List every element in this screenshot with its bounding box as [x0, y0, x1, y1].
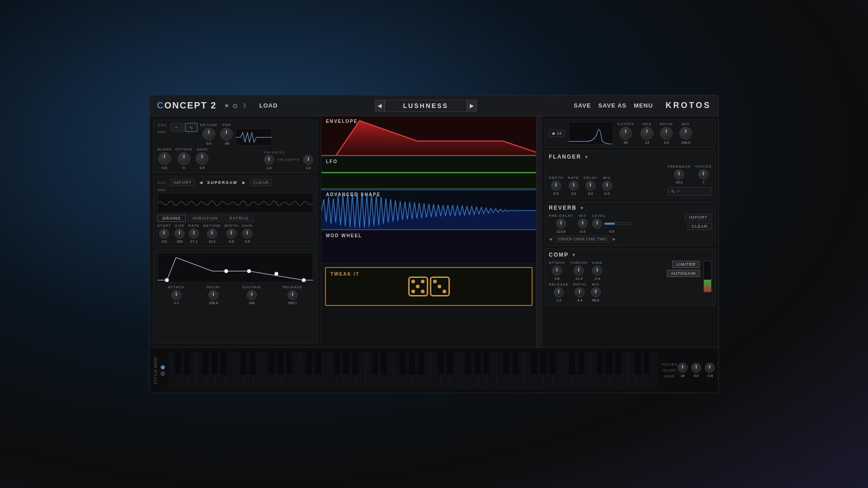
blend-label: BLEND — [157, 147, 172, 151]
gain-grains-value: 0.5 — [245, 239, 250, 244]
rate-knob[interactable] — [189, 229, 199, 239]
res-knob[interactable] — [641, 127, 653, 140]
autogain-button[interactable]: AUTOGAIN — [667, 270, 700, 277]
envelope-module-row: ENVELOPE — [321, 116, 536, 156]
gain-osc-knob[interactable] — [196, 152, 208, 165]
flanger-rate-knob[interactable] — [569, 181, 579, 191]
reverb-mix-value: 0.4 — [580, 230, 585, 234]
flanger-delay-knob[interactable] — [585, 181, 595, 191]
kb-gain-knob[interactable] — [705, 363, 715, 373]
pitch-dot-1[interactable] — [160, 365, 165, 370]
flanger-knobs-row1: DEPTH 0.5 RATE 3.3 DELAY 5.0 — [549, 176, 612, 196]
octave-knob[interactable] — [178, 152, 190, 165]
sustain-env-knob[interactable] — [247, 290, 257, 300]
filter-mix-knob[interactable] — [679, 127, 692, 140]
fm-ratio-label: FM RATIO — [264, 150, 313, 155]
width-knob[interactable] — [226, 229, 236, 239]
comp-mix-knob[interactable] — [591, 287, 601, 297]
comp-ratio-value: 4.4 — [577, 298, 582, 302]
reverb-predelay-group: PRE-DELAY 113.6 — [549, 214, 573, 234]
attack-env-knob[interactable] — [171, 290, 181, 300]
comp-release-knob[interactable] — [554, 287, 564, 297]
grains-tab-variation[interactable]: VARIATION — [188, 215, 223, 222]
flanger-wave-select[interactable]: ∿ ▼ — [668, 187, 712, 196]
dot-2-4 — [433, 285, 437, 288]
dot-1-5 — [416, 285, 420, 288]
flanger-dropdown-arrow[interactable]: ▼ — [584, 155, 589, 160]
comp-gain-knob[interactable] — [592, 266, 602, 276]
comp-mix-group: MIX 86.9 — [591, 282, 601, 302]
moon-icon[interactable]: ☽ — [241, 102, 246, 109]
fm-ratio-knob[interactable] — [264, 155, 274, 165]
start-knob[interactable] — [159, 229, 169, 239]
svg-rect-81 — [400, 352, 406, 375]
next-grains-button[interactable]: ▶ — [240, 180, 248, 185]
wave-btn-noise[interactable]: ~ — [170, 123, 183, 132]
flanger-depth-knob[interactable] — [551, 181, 561, 191]
side-collapse-button[interactable]: · — [537, 116, 542, 347]
reverb-mix-knob[interactable] — [578, 219, 588, 229]
comp-dropdown-arrow[interactable]: ▼ — [571, 253, 576, 258]
cutoff-knob[interactable] — [619, 127, 632, 140]
reverb-level-knob[interactable] — [592, 219, 602, 229]
wave-btn-sine[interactable]: ∿ — [185, 123, 198, 132]
save-as-button[interactable]: SAVE AS — [594, 100, 630, 111]
clear-button[interactable]: CLEAR — [250, 179, 272, 186]
flanger-voices-knob[interactable] — [698, 169, 708, 179]
limiter-button[interactable]: LIMITER — [672, 261, 700, 268]
flanger-feedback-knob[interactable] — [674, 169, 684, 179]
decay-env-knob[interactable] — [208, 290, 218, 300]
pitch-dot-2[interactable] — [160, 371, 165, 376]
prev-grains-button[interactable]: ◀ — [197, 180, 205, 185]
comp-attack-knob[interactable] — [552, 266, 562, 276]
release-env-knob[interactable] — [288, 290, 297, 300]
gain-grains-knob[interactable] — [242, 229, 252, 239]
tweak-it-display[interactable]: TWEAK IT — [325, 267, 533, 306]
dot-2-7 — [433, 290, 437, 293]
menu-button[interactable]: MENU — [630, 100, 656, 111]
comp-ratio-knob[interactable] — [575, 287, 585, 297]
reverb-predelay-knob[interactable] — [556, 219, 566, 229]
import-button[interactable]: IMPORT — [170, 179, 195, 186]
dot-1-6 — [421, 285, 425, 288]
blend-knob[interactable] — [158, 152, 171, 165]
svg-rect-88 — [484, 352, 490, 375]
svg-rect-98 — [615, 352, 621, 375]
dot-2-9 — [443, 290, 446, 293]
drive-knob-group: DRIVE 0.0 — [660, 122, 673, 145]
filter-type-dropdown[interactable]: ◆ 24 — [549, 130, 565, 137]
svg-rect-72 — [277, 352, 283, 375]
detune-knob[interactable] — [203, 128, 215, 141]
next-preset-button[interactable]: ▶ — [467, 100, 477, 112]
grains-top: OSC IMPORT ◀ SUPERSAW ▶ CLEAR — [157, 179, 313, 186]
grains-tab-grains[interactable]: GRAINS — [157, 215, 186, 222]
svg-rect-75 — [316, 352, 321, 375]
save-button[interactable]: SAVE — [570, 100, 594, 111]
dice-icon[interactable] — [408, 277, 450, 296]
reverb-next-arrow[interactable]: ▶ — [613, 237, 616, 241]
mod-wheel-module-row: MOD WHEEL — [321, 230, 536, 263]
prev-preset-button[interactable]: ◀ — [375, 100, 385, 112]
flanger-mix-knob[interactable] — [602, 181, 612, 191]
size-knob[interactable] — [175, 229, 184, 239]
svg-rect-70 — [250, 352, 255, 375]
comp-thresh-knob[interactable] — [574, 266, 584, 276]
preset-name: LUSHNESS — [385, 100, 467, 112]
detune-grains-knob[interactable] — [207, 229, 217, 239]
grains-tab-extras[interactable]: EXTRAS — [225, 215, 254, 222]
detune-grains-value: 12.0 — [208, 239, 216, 244]
sun-icon[interactable]: ☀ — [224, 102, 230, 109]
glide-knob[interactable] — [691, 363, 701, 373]
pan-knob[interactable] — [220, 128, 233, 141]
reverb-import-button[interactable]: IMPORT — [685, 214, 712, 221]
grn-label: GRN — [157, 188, 165, 192]
flanger-mix-group: MIX 0.2 — [602, 176, 612, 196]
drive-knob[interactable] — [660, 127, 673, 140]
reverb-clear-button[interactable]: CLEAR — [688, 223, 712, 230]
fm-depth-knob[interactable] — [303, 155, 313, 165]
reverb-dropdown-arrow[interactable]: ▼ — [580, 206, 584, 211]
voices-knob[interactable] — [678, 363, 688, 373]
reverb-prev-arrow[interactable]: ◀ — [549, 237, 552, 241]
load-button[interactable]: LOAD — [255, 100, 281, 111]
toggle-icon[interactable]: ⊙ — [232, 102, 238, 109]
